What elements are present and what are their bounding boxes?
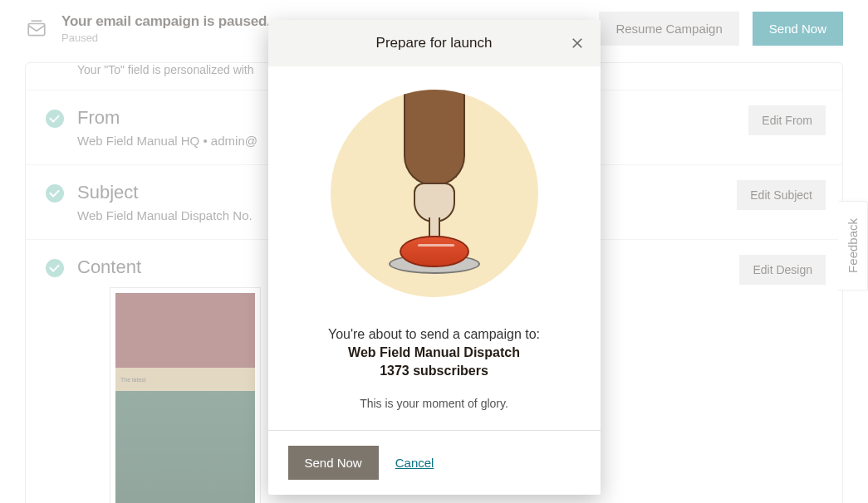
close-icon[interactable] — [566, 32, 589, 55]
modal-title: Prepare for launch — [376, 35, 493, 51]
modal-header: Prepare for launch — [268, 20, 601, 66]
modal-glory: This is your moment of glory. — [288, 397, 581, 410]
modal-send-button[interactable]: Send Now — [288, 446, 379, 480]
modal-subscribers: 1373 subscribers — [288, 364, 581, 378]
launch-modal: Prepare for launch You're about to send … — [268, 20, 601, 495]
modal-line1: You're about to send a campaign to: — [288, 327, 581, 342]
modal-cancel-button[interactable]: Cancel — [395, 456, 434, 470]
modal-overlay: Prepare for launch You're about to send … — [0, 0, 868, 503]
launch-illustration — [331, 90, 538, 297]
modal-list-name: Web Field Manual Dispatch — [288, 345, 581, 360]
